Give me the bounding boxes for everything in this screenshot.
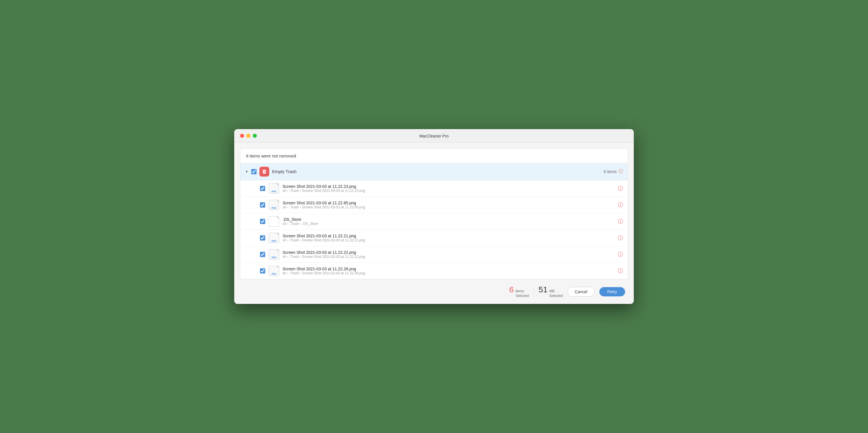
file-name-5: Screen Shot 2021-03-03 at 11.22.22.png xyxy=(283,250,614,255)
items-selected-stat: 6 ItemsSelected xyxy=(509,285,529,298)
file-info-5: Screen Shot 2021-03-03 at 11.22.22.png s… xyxy=(283,250,614,259)
file-path-2: sh › .Trash › Screen Shot 2021-03-03 at … xyxy=(283,205,614,209)
file-path-3: sh › .Trash › .DS_Store xyxy=(283,222,614,226)
blank-file-icon-3 xyxy=(269,216,279,227)
chevron-icon: ▼ xyxy=(245,169,248,174)
file-info-2: Screen Shot 2021-03-03 at 11.22.65.png s… xyxy=(283,200,614,209)
file-name-2: Screen Shot 2021-03-03 at 11.22.65.png xyxy=(283,200,614,205)
group-count-text: 6 items xyxy=(604,169,617,174)
group-warning-icon: ⓘ xyxy=(618,168,623,175)
file-icon-img-5: PNG xyxy=(269,249,279,259)
error-header-text: 6 items were not removed xyxy=(246,153,296,158)
items-count: 6 xyxy=(509,285,514,295)
file-checkbox-4[interactable] xyxy=(260,235,265,241)
file-info-1: Screen Shot 2021-03-03 at 11.22.23.png s… xyxy=(283,184,614,193)
app-window: MacCleaner Pro 6 items were not removed … xyxy=(234,129,634,304)
bottom-bar: 6 ItemsSelected 51 MBSelected Cancel Ret… xyxy=(240,285,628,298)
file-checkbox-1[interactable] xyxy=(260,186,265,191)
mb-count: 51 xyxy=(538,285,548,295)
group-count: 6 items ⓘ xyxy=(604,168,623,175)
file-path-1: sh › .Trash › Screen Shot 2021-03-03 at … xyxy=(283,189,614,193)
file-icon-img-6: PNG xyxy=(269,266,279,276)
window-title: MacCleaner Pro xyxy=(419,134,448,138)
warning-icon-3: ⓘ xyxy=(618,218,623,225)
empty-trash-icon[interactable] xyxy=(259,167,269,177)
file-name-3: .DS_Store xyxy=(283,217,614,222)
file-icon-2: PNG xyxy=(269,200,279,210)
table-row: PNG Screen Shot 2021-03-03 at 11.22.28.p… xyxy=(240,263,628,279)
title-bar: MacCleaner Pro xyxy=(234,129,634,143)
file-path-6: sh › .Trash › Screen Shot 2021-03-03 at … xyxy=(283,271,614,275)
warning-icon-1: ⓘ xyxy=(618,185,623,192)
file-info-3: .DS_Store sh › .Trash › .DS_Store xyxy=(283,217,614,226)
retry-button[interactable]: Retry xyxy=(599,287,625,297)
file-icon-1: PNG xyxy=(269,183,279,194)
mb-selected-stat: 51 MBSelected xyxy=(538,285,563,298)
file-name-6: Screen Shot 2021-03-03 at 11.22.28.png xyxy=(283,267,614,271)
file-name-1: Screen Shot 2021-03-03 at 11.22.23.png xyxy=(283,184,614,189)
table-row: PNG Screen Shot 2021-03-03 at 11.22.22.p… xyxy=(240,246,628,263)
file-checkbox-2[interactable] xyxy=(260,202,265,208)
content-panel: 6 items were not removed ▼ Empty Trash 6… xyxy=(240,149,628,279)
trash-svg xyxy=(262,169,267,174)
file-checkbox-6[interactable] xyxy=(260,268,265,274)
file-icon-img-4: PNG xyxy=(269,233,279,243)
file-path-4: sh › .Trash › Screen Shot 2021-03-03 at … xyxy=(283,238,614,242)
error-header: 6 items were not removed xyxy=(240,149,628,163)
file-checkbox-3[interactable] xyxy=(260,219,265,224)
warning-icon-2: ⓘ xyxy=(618,202,623,208)
table-row: PNG Screen Shot 2021-03-03 at 11.22.65.p… xyxy=(240,197,628,213)
warning-icon-4: ⓘ xyxy=(618,235,623,241)
cancel-button[interactable]: Cancel xyxy=(567,287,595,297)
file-icon-5: PNG xyxy=(269,249,279,259)
window-body: 6 items were not removed ▼ Empty Trash 6… xyxy=(234,143,634,304)
file-info-6: Screen Shot 2021-03-03 at 11.22.28.png s… xyxy=(283,267,614,275)
close-button[interactable] xyxy=(240,134,244,138)
file-icon-6: PNG xyxy=(269,266,279,276)
file-name-4: Screen Shot 2021-03-03 at 11.22.21.png xyxy=(283,234,614,238)
table-row: .DS_Store sh › .Trash › .DS_Store ⓘ xyxy=(240,213,628,230)
mb-label: MBSelected xyxy=(549,289,563,298)
file-icon-3 xyxy=(269,216,279,227)
traffic-lights xyxy=(240,134,257,138)
file-info-4: Screen Shot 2021-03-03 at 11.22.21.png s… xyxy=(283,234,614,242)
maximize-button[interactable] xyxy=(253,134,257,138)
group-checkbox[interactable] xyxy=(251,169,256,174)
file-list: PNG Screen Shot 2021-03-03 at 11.22.23.p… xyxy=(240,180,628,279)
file-checkbox-5[interactable] xyxy=(260,252,265,257)
file-icon-4: PNG xyxy=(269,233,279,243)
file-icon-img-2: PNG xyxy=(269,200,279,210)
minimize-button[interactable] xyxy=(246,134,250,138)
stats-group: 6 ItemsSelected 51 MBSelected xyxy=(509,285,563,298)
file-icon-img-1: PNG xyxy=(269,183,279,194)
warning-icon-5: ⓘ xyxy=(618,251,623,258)
table-row: PNG Screen Shot 2021-03-03 at 11.22.21.p… xyxy=(240,230,628,246)
warning-icon-6: ⓘ xyxy=(618,268,623,274)
table-row: PNG Screen Shot 2021-03-03 at 11.22.23.p… xyxy=(240,180,628,197)
group-label: Empty Trash xyxy=(272,169,601,174)
file-path-5: sh › .Trash › Screen Shot 2021-03-03 at … xyxy=(283,255,614,259)
items-label: ItemsSelected xyxy=(515,289,529,298)
group-header: ▼ Empty Trash 6 items ⓘ xyxy=(240,163,628,180)
